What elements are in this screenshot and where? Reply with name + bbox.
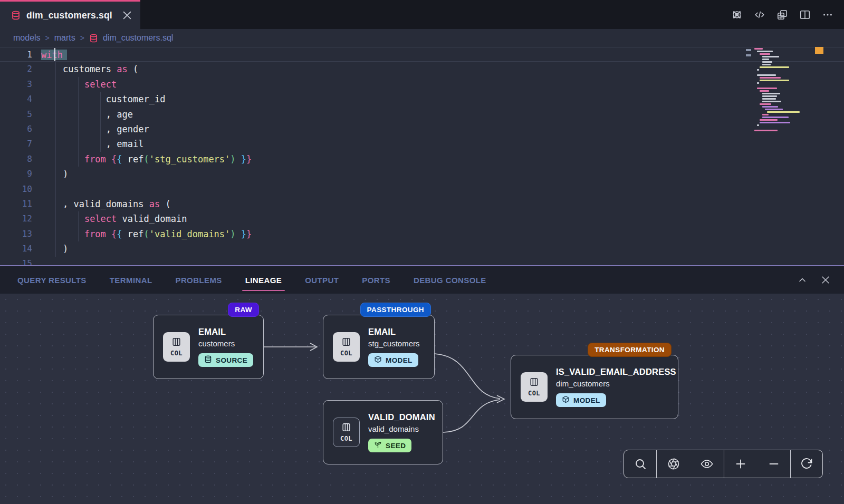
code-line-15[interactable]: 15 — [0, 256, 844, 265]
seedling-icon — [374, 441, 382, 450]
panel-header: QUERY RESULTSTERMINALPROBLEMSLINEAGEOUTP… — [0, 266, 844, 294]
eye-icon[interactable] — [699, 456, 715, 472]
minimap-line — [753, 72, 810, 73]
breadcrumb-item-dim_customers-sql[interactable]: dim_customers.sql — [103, 33, 173, 43]
line-number: 13 — [0, 227, 41, 241]
overview-ruler-mark — [746, 49, 751, 51]
minimap-line — [762, 59, 769, 60]
code-editor[interactable]: 1with2 customers as (3 select4 customer_… — [0, 47, 844, 265]
node-table-name: dim_customers — [556, 379, 676, 388]
minimap-line — [760, 90, 769, 92]
database-icon — [204, 355, 212, 365]
panel-tab-query-results[interactable]: QUERY RESULTS — [17, 266, 87, 294]
lineage-canvas[interactable]: RAWCOLEMAILcustomersSOURCEPASSTHROUGHCOL… — [0, 294, 844, 504]
minimap[interactable] — [753, 48, 810, 132]
node-column-name: EMAIL — [198, 327, 253, 337]
line-number: 11 — [0, 197, 41, 211]
refresh-icon[interactable] — [799, 456, 814, 472]
search-icon[interactable] — [632, 456, 648, 472]
minimap-line — [762, 56, 779, 57]
minimap-line — [757, 69, 759, 71]
code-text: ) — [41, 241, 68, 256]
code-text: , email — [41, 137, 143, 151]
lineage-node-dim_customers[interactable]: TRANSFORMATIONCOLIS_VALID_EMAIL_ADDRESSd… — [511, 355, 678, 419]
minimap-line — [767, 111, 800, 113]
line-number: 3 — [0, 77, 41, 92]
minimap-line — [762, 93, 780, 94]
chevron-up-icon[interactable] — [794, 272, 810, 288]
node-type-pill-seed: SEED — [368, 439, 411, 452]
minimap-line — [765, 109, 783, 110]
panel-tab-terminal[interactable]: TERMINAL — [110, 266, 152, 294]
minimap-line — [760, 122, 790, 123]
code-line-14[interactable]: 14 ) — [0, 241, 844, 256]
panel-tab-output[interactable]: OUTPUT — [305, 266, 339, 294]
split-editor-icon[interactable] — [797, 7, 813, 23]
code-line-2[interactable]: 2 customers as ( — [0, 62, 844, 76]
column-icon: COL — [333, 332, 360, 362]
breadcrumb-item-models[interactable]: models — [13, 33, 41, 43]
panel-actions — [794, 266, 833, 294]
tab-close-icon[interactable] — [121, 7, 133, 23]
minimap-line — [760, 119, 778, 121]
editor-tab-bar: dim_customers.sql — [0, 0, 844, 29]
code-line-8[interactable]: 8 from {{ ref('stg_customers') }} — [0, 152, 844, 167]
lineage-node-customers[interactable]: RAWCOLEMAILcustomersSOURCE — [153, 315, 264, 379]
code-line-7[interactable]: 7 , email — [0, 137, 844, 151]
line-number: 1 — [0, 47, 41, 61]
scrollbar-decoration — [815, 47, 823, 54]
zoom-out-icon[interactable] — [766, 456, 782, 472]
zoom-in-icon[interactable] — [733, 456, 749, 472]
breadcrumb: models>marts>dim_customers.sql — [0, 29, 844, 47]
column-icon: COL — [163, 332, 190, 362]
indent-guide — [78, 77, 79, 167]
node-column-name: EMAIL — [368, 327, 420, 337]
minimap-line — [753, 127, 810, 129]
minimap-line — [762, 106, 778, 108]
panel-tab-lineage[interactable]: LINEAGE — [245, 266, 282, 294]
aperture-icon[interactable] — [666, 456, 682, 472]
code-line-4[interactable]: 4 customer_id — [0, 92, 844, 106]
minimap-line — [757, 124, 759, 126]
column-icon: COL — [333, 418, 360, 447]
code-line-1[interactable]: 1with — [0, 47, 844, 62]
breadcrumb-separator: > — [80, 34, 84, 42]
cube-icon — [374, 355, 382, 365]
minimap-line — [757, 74, 776, 76]
code-line-13[interactable]: 13 from {{ ref('valid_domains') }} — [0, 227, 844, 241]
tab-dim-customers-sql[interactable]: dim_customers.sql — [0, 0, 140, 29]
code-line-3[interactable]: 3 select — [0, 77, 844, 92]
minimap-line — [757, 88, 777, 89]
node-table-name: valid_domains — [368, 424, 435, 433]
code-line-11[interactable]: 11 , valid_domains as ( — [0, 197, 844, 211]
code-line-10[interactable]: 10 — [0, 182, 844, 197]
columns-icon — [341, 422, 351, 434]
database-icon — [11, 11, 21, 20]
code-line-9[interactable]: 9 ) — [0, 167, 844, 181]
panel-close-icon[interactable] — [818, 272, 833, 288]
text-cursor — [54, 48, 55, 61]
code-icon[interactable] — [752, 7, 768, 23]
table-preview-icon[interactable] — [774, 7, 790, 23]
breadcrumb-separator: > — [45, 34, 50, 42]
code-text: ) — [41, 167, 68, 181]
node-type-pill-model: MODEL — [556, 393, 606, 407]
dbt-icon[interactable] — [729, 7, 745, 23]
more-actions-icon[interactable] — [820, 7, 836, 23]
line-number: 6 — [0, 122, 41, 137]
code-text: select valid_domain — [41, 211, 187, 226]
code-line-6[interactable]: 6 , gender — [0, 122, 844, 137]
lineage-node-valid_domains[interactable]: COLVALID_DOMAINvalid_domainsSEED — [323, 400, 443, 464]
breadcrumb-item-marts[interactable]: marts — [54, 33, 75, 43]
line-number: 12 — [0, 211, 41, 226]
minimap-line — [757, 82, 759, 84]
code-line-12[interactable]: 12 select valid_domain — [0, 211, 844, 226]
panel-tab-debug-console[interactable]: DEBUG CONSOLE — [414, 266, 486, 294]
line-number: 7 — [0, 137, 41, 151]
lineage-toolbar — [624, 450, 823, 478]
panel-tab-ports[interactable]: PORTS — [362, 266, 390, 294]
lineage-node-stg_customers[interactable]: PASSTHROUGHCOLEMAILstg_customersMODEL — [323, 315, 435, 379]
panel-tab-problems[interactable]: PROBLEMS — [175, 266, 222, 294]
minimap-line — [760, 66, 789, 68]
code-line-5[interactable]: 5 , age — [0, 107, 844, 122]
